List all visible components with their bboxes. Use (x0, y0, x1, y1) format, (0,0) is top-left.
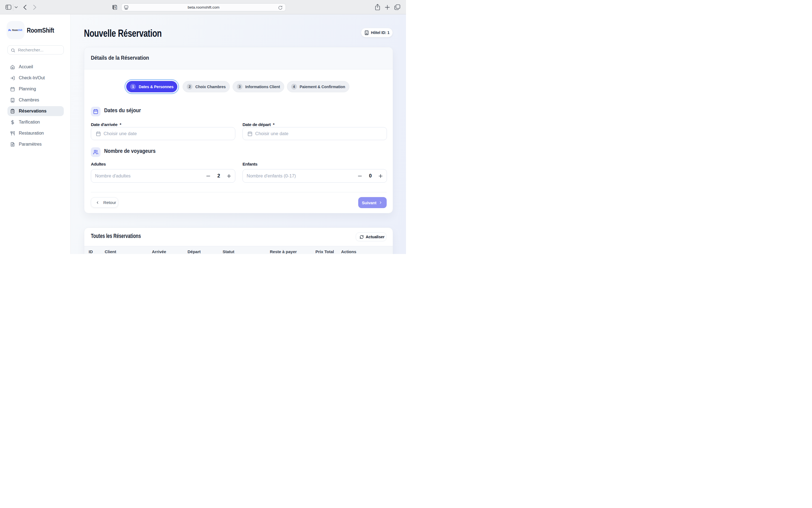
svg-text:N: N (114, 6, 116, 9)
